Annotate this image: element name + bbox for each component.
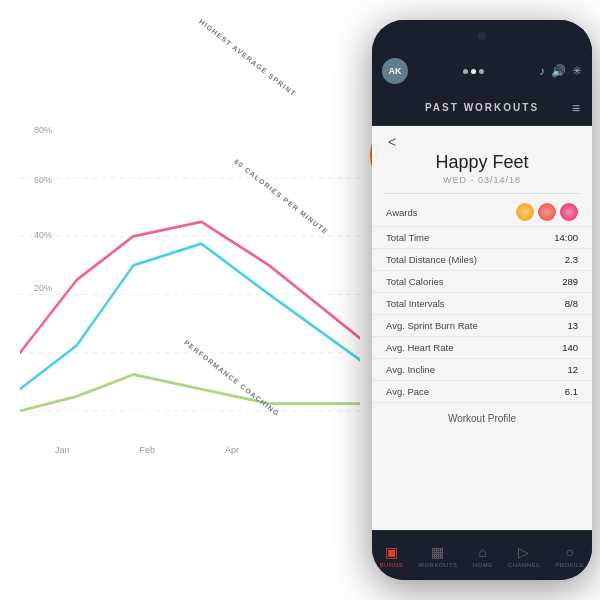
nav-item-profile[interactable]: ○ PROFILE — [555, 544, 584, 568]
workout-name: Happy Feet — [435, 152, 528, 173]
performance-chart — [20, 120, 360, 440]
awards-row: Awards — [372, 198, 592, 227]
stat-value-total-time: 14:00 — [554, 232, 578, 243]
stat-value-sprint-burn: 13 — [567, 320, 578, 331]
nav-item-burns[interactable]: ▣ BURNS — [380, 544, 404, 568]
music-icon: ♪ — [539, 64, 545, 78]
workouts-label: WORKOUTS — [418, 562, 457, 568]
menu-icon[interactable]: ≡ — [572, 100, 580, 116]
phone-content: < Happy Feet WED - 03/14/18 Awards Total… — [372, 126, 592, 530]
nav-item-home[interactable]: ⌂ HOME — [473, 544, 493, 568]
stat-row-total-distance: Total Distance (Miles) 2.3 — [372, 249, 592, 271]
stat-row-total-time: Total Time 14:00 — [372, 227, 592, 249]
channel-icon: ▷ — [518, 544, 529, 560]
sprint-label: HIGHEST AVERAGE SPRINT — [198, 18, 298, 98]
camera-notch — [478, 32, 486, 40]
profile-label: PROFILE — [555, 562, 584, 568]
back-button[interactable]: < — [388, 134, 396, 150]
stat-value-pace: 6.1 — [565, 386, 578, 397]
workout-title-area: < Happy Feet WED - 03/14/18 — [372, 126, 592, 189]
awards-label: Awards — [386, 207, 418, 218]
stat-label-sprint-burn: Avg. Sprint Burn Rate — [386, 320, 478, 331]
chart-area: 80% 60% 40% 20% Jan Feb Apr HIGHEST AVER… — [0, 0, 370, 600]
burns-icon: ▣ — [385, 544, 398, 560]
stat-row-total-calories: Total Calories 289 — [372, 271, 592, 293]
channel-label: CHANNEL — [508, 562, 540, 568]
nav-dot-1 — [463, 69, 468, 74]
award-badge-3 — [560, 203, 578, 221]
burns-label: BURNS — [380, 562, 404, 568]
stat-value-heart-rate: 140 — [562, 342, 578, 353]
x-label-jan: Jan — [55, 445, 70, 455]
home-icon: ⌂ — [478, 544, 486, 560]
stat-value-total-calories: 289 — [562, 276, 578, 287]
awards-icons — [516, 203, 578, 221]
nav-item-channel[interactable]: ▷ CHANNEL — [508, 544, 540, 568]
divider — [384, 193, 580, 194]
top-bar-icons: ♪ 🔊 ✳ — [539, 64, 582, 78]
workouts-icon: ▦ — [431, 544, 444, 560]
phone-bottom-nav: ▣ BURNS ▦ WORKOUTS ⌂ HOME ▷ CHANNEL ○ PR… — [372, 530, 592, 580]
stat-label-incline: Avg. Incline — [386, 364, 435, 375]
award-badge-1 — [516, 203, 534, 221]
stat-label-total-intervals: Total Intervals — [386, 298, 445, 309]
nav-dots — [463, 69, 484, 74]
profile-icon: ○ — [566, 544, 574, 560]
workout-profile-button[interactable]: Workout Profile — [372, 403, 592, 434]
volume-icon: 🔊 — [551, 64, 566, 78]
avatar[interactable]: AK — [382, 58, 408, 84]
stat-label-total-distance: Total Distance (Miles) — [386, 254, 477, 265]
phone-header: PAST WORKOUTS ≡ — [372, 90, 592, 126]
stat-row-heart-rate: Avg. Heart Rate 140 — [372, 337, 592, 359]
stat-value-incline: 12 — [567, 364, 578, 375]
stat-row-incline: Avg. Incline 12 — [372, 359, 592, 381]
home-label: HOME — [473, 562, 493, 568]
stat-row-sprint-burn: Avg. Sprint Burn Rate 13 — [372, 315, 592, 337]
stat-label-pace: Avg. Pace — [386, 386, 429, 397]
workout-date: WED - 03/14/18 — [443, 175, 521, 185]
phone-top-bar: AK ♪ 🔊 ✳ — [372, 52, 592, 90]
bluetooth-icon: ✳ — [572, 64, 582, 78]
phone: AK ♪ 🔊 ✳ PAST WORKOUTS ≡ < Happy Feet WE… — [372, 20, 592, 580]
stat-value-total-intervals: 8/8 — [565, 298, 578, 309]
stat-label-heart-rate: Avg. Heart Rate — [386, 342, 453, 353]
nav-dot-2 — [471, 69, 476, 74]
header-title: PAST WORKOUTS — [425, 102, 539, 113]
nav-item-workouts[interactable]: ▦ WORKOUTS — [418, 544, 457, 568]
stat-label-total-time: Total Time — [386, 232, 429, 243]
stat-row-pace: Avg. Pace 6.1 — [372, 381, 592, 403]
stat-label-total-calories: Total Calories — [386, 276, 444, 287]
phone-notch — [372, 20, 592, 52]
stat-value-total-distance: 2.3 — [565, 254, 578, 265]
stat-row-total-intervals: Total Intervals 8/8 — [372, 293, 592, 315]
nav-dot-3 — [479, 69, 484, 74]
x-label-apr: Apr — [225, 445, 239, 455]
x-label-feb: Feb — [140, 445, 156, 455]
award-badge-2 — [538, 203, 556, 221]
